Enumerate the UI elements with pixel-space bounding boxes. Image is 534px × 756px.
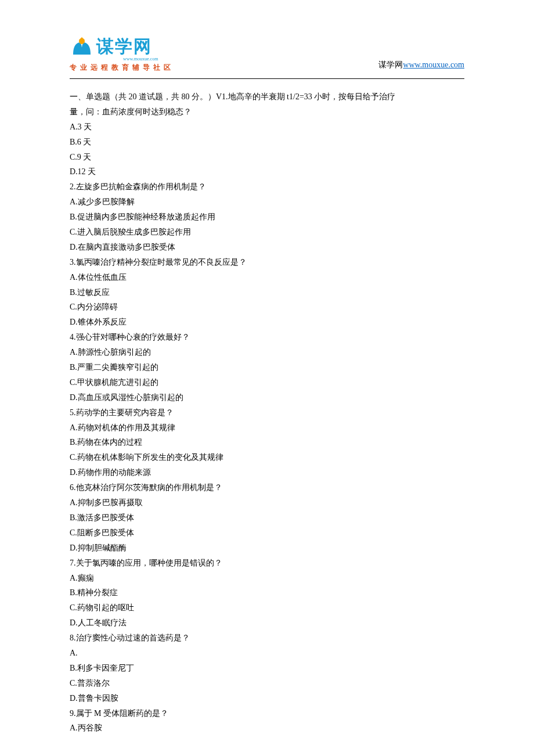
text-line: B.利多卡因奎尼丁 <box>70 661 464 676</box>
text-line: 一、单选题（共 20 道试题，共 80 分。）V1.地高辛的半衰期 t1/2=3… <box>70 89 464 105</box>
text-line: B.6 天 <box>70 135 464 150</box>
text-line: A.丙谷胺 <box>70 721 464 736</box>
text-line: C.药物在机体影响下所发生的变化及其规律 <box>70 450 464 465</box>
text-line: D.普鲁卡因胺 <box>70 691 464 706</box>
site-label: 谋学网 <box>378 60 403 69</box>
document-content: 一、单选题（共 20 道试题，共 80 分。）V1.地高辛的半衰期 t1/2=3… <box>70 89 464 736</box>
logo-icon <box>70 37 94 59</box>
logo-tagline: 专业远程教育辅导社区 <box>70 63 174 73</box>
text-line: B.激活多巴胺受体 <box>70 510 464 525</box>
text-line: D.抑制胆碱酯酶 <box>70 541 464 556</box>
text-line: C.阻断多巴胺受体 <box>70 525 464 541</box>
text-line: D.12 天 <box>70 164 464 179</box>
text-line: B.严重二尖瓣狭窄引起的 <box>70 360 464 375</box>
logo-top: 谋学网 www.mouxue.com <box>70 35 158 62</box>
text-line: C.进入脑后脱羧生成多巴胺起作用 <box>70 225 464 240</box>
text-line: 6.他克林治疗阿尔茨海默病的作用机制是？ <box>70 480 464 495</box>
text-line: D.锥体外系反应 <box>70 315 464 330</box>
text-line: 9.属于 M 受体阻断药的是？ <box>70 706 464 721</box>
logo-sub-text: www.mouxue.com <box>123 56 158 62</box>
logo: 谋学网 www.mouxue.com 专业远程教育辅导社区 <box>70 35 174 73</box>
text-line: B.精神分裂症 <box>70 585 464 600</box>
text-line: 4.强心苷对哪种心衰的疗效最好？ <box>70 330 464 345</box>
text-line: 2.左旋多巴抗帕金森病的作用机制是？ <box>70 179 464 195</box>
text-line: B.促进脑内多巴胺能神经释放递质起作用 <box>70 210 464 225</box>
document-page: 谋学网 www.mouxue.com 专业远程教育辅导社区 谋学网www.mou… <box>0 0 534 756</box>
text-line: C.药物引起的呕吐 <box>70 600 464 615</box>
text-line: A.癫痫 <box>70 571 464 586</box>
logo-text-wrap: 谋学网 www.mouxue.com <box>96 35 158 62</box>
text-line: A.减少多巴胺降解 <box>70 195 464 210</box>
site-url-link[interactable]: www.mouxue.com <box>403 60 464 69</box>
text-line: 5.药动学的主要研究内容是？ <box>70 405 464 420</box>
text-line: 3.氯丙嗪治疗精神分裂症时最常见的不良反应是？ <box>70 255 464 270</box>
text-line: 量，问：血药浓度何时达到稳态？ <box>70 105 464 120</box>
text-line: D.药物作用的动能来源 <box>70 465 464 480</box>
text-line: D.高血压或风湿性心脏病引起的 <box>70 390 464 405</box>
text-line: B.药物在体内的过程 <box>70 435 464 450</box>
text-line: D.在脑内直接激动多巴胺受体 <box>70 240 464 255</box>
text-line: C.9 天 <box>70 150 464 165</box>
text-line: A.体位性低血压 <box>70 270 464 285</box>
text-line: D.人工冬眠疗法 <box>70 615 464 631</box>
text-line: A. <box>70 646 464 661</box>
header-divider <box>70 78 464 79</box>
text-line: A.药物对机体的作用及其规律 <box>70 420 464 435</box>
text-line: 7.关于氯丙嗪的应用，哪种使用是错误的？ <box>70 556 464 571</box>
text-line: C.普萘洛尔 <box>70 676 464 691</box>
text-line: A.肺源性心脏病引起的 <box>70 345 464 360</box>
text-line: C.内分泌障碍 <box>70 300 464 315</box>
text-line: A.抑制多巴胺再摄取 <box>70 495 464 510</box>
text-line: B.过敏反应 <box>70 285 464 300</box>
site-link-block: 谋学网www.mouxue.com <box>378 60 464 73</box>
text-line: C.甲状腺机能亢进引起的 <box>70 375 464 390</box>
page-header: 谋学网 www.mouxue.com 专业远程教育辅导社区 谋学网www.mou… <box>70 35 464 73</box>
logo-main-text: 谋学网 <box>96 35 158 59</box>
text-line: 8.治疗窦性心动过速的首选药是？ <box>70 631 464 646</box>
text-line: A.3 天 <box>70 120 464 135</box>
